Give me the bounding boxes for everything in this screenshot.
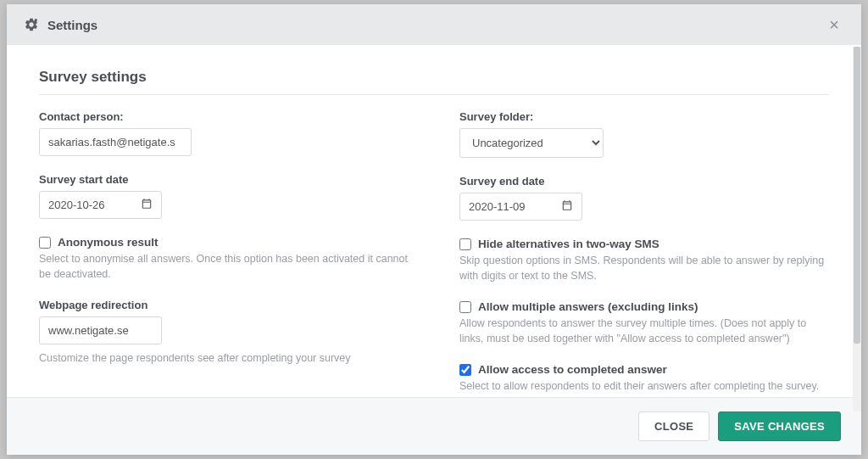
start-date-wrap[interactable] xyxy=(39,191,162,219)
contact-input[interactable] xyxy=(39,128,192,156)
multiple-checkbox[interactable] xyxy=(459,301,471,313)
redirect-field: Webpage redirection Customize the page r… xyxy=(39,299,409,367)
svg-point-0 xyxy=(35,19,37,21)
access-label[interactable]: Allow access to completed answer xyxy=(478,363,667,376)
modal-body: Survey settings Contact person: Survey s… xyxy=(7,45,861,397)
hide-alt-row: Hide alternatives in two-way SMS xyxy=(459,238,829,250)
hide-alt-help: Skip question options in SMS. Respondent… xyxy=(459,254,829,283)
settings-modal: Settings × Survey settings Contact perso… xyxy=(7,4,861,455)
header-left: Settings xyxy=(24,17,97,32)
anonymous-field: Anonymous result Select to anonymise all… xyxy=(39,236,409,282)
end-date-field: Survey end date xyxy=(459,175,829,221)
anonymous-checkbox[interactable] xyxy=(39,237,51,249)
end-date-input[interactable] xyxy=(460,193,553,220)
left-col: Contact person: Survey start date xyxy=(39,110,409,397)
anonymous-help: Select to anonymise all answers. Once th… xyxy=(39,252,409,282)
calendar-icon[interactable] xyxy=(553,199,581,214)
redirect-help: Customize the page respondents see after… xyxy=(39,351,409,367)
redirect-input[interactable] xyxy=(39,316,162,344)
modal-title: Settings xyxy=(47,18,97,32)
end-date-wrap[interactable] xyxy=(459,193,582,221)
hide-alt-checkbox[interactable] xyxy=(459,238,471,250)
start-date-label: Survey start date xyxy=(39,173,409,186)
close-icon[interactable]: × xyxy=(824,14,844,35)
access-field: Allow access to completed answer Select … xyxy=(459,363,829,395)
calendar-icon[interactable] xyxy=(132,198,161,212)
multiple-help: Allow respondents to answer the survey m… xyxy=(459,316,829,346)
multiple-row: Allow multiple answers (excluding links) xyxy=(459,300,829,313)
access-checkbox[interactable] xyxy=(459,364,471,376)
section-title: Survey settings xyxy=(39,69,829,95)
contact-field: Contact person: xyxy=(39,110,409,156)
multiple-label[interactable]: Allow multiple answers (excluding links) xyxy=(478,300,698,313)
access-row: Allow access to completed answer xyxy=(459,363,829,376)
scrollbar-thumb[interactable] xyxy=(854,47,860,344)
close-button[interactable]: CLOSE xyxy=(638,411,709,441)
gear-icon xyxy=(24,17,39,32)
redirect-label: Webpage redirection xyxy=(39,299,409,311)
access-help: Select to allow respondents to edit thei… xyxy=(459,379,829,395)
form-row-1: Contact person: Survey start date xyxy=(39,110,829,397)
anonymous-label[interactable]: Anonymous result xyxy=(58,236,159,249)
end-date-label: Survey end date xyxy=(459,175,829,188)
modal-header: Settings × xyxy=(7,4,861,45)
save-changes-button[interactable]: SAVE CHANGES xyxy=(718,411,841,441)
anonymous-row: Anonymous result xyxy=(39,236,409,249)
right-col: Survey folder: Uncategorized Survey end … xyxy=(459,110,829,397)
folder-field: Survey folder: Uncategorized xyxy=(459,110,829,158)
hide-alt-field: Hide alternatives in two-way SMS Skip qu… xyxy=(459,238,829,283)
modal-footer: CLOSE SAVE CHANGES xyxy=(7,397,861,455)
multiple-field: Allow multiple answers (excluding links)… xyxy=(459,300,829,346)
start-date-field: Survey start date xyxy=(39,173,409,219)
hide-alt-label[interactable]: Hide alternatives in two-way SMS xyxy=(478,238,659,250)
contact-label: Contact person: xyxy=(39,110,409,123)
start-date-input[interactable] xyxy=(40,192,132,218)
folder-label: Survey folder: xyxy=(459,110,829,123)
folder-select[interactable]: Uncategorized xyxy=(459,128,604,158)
